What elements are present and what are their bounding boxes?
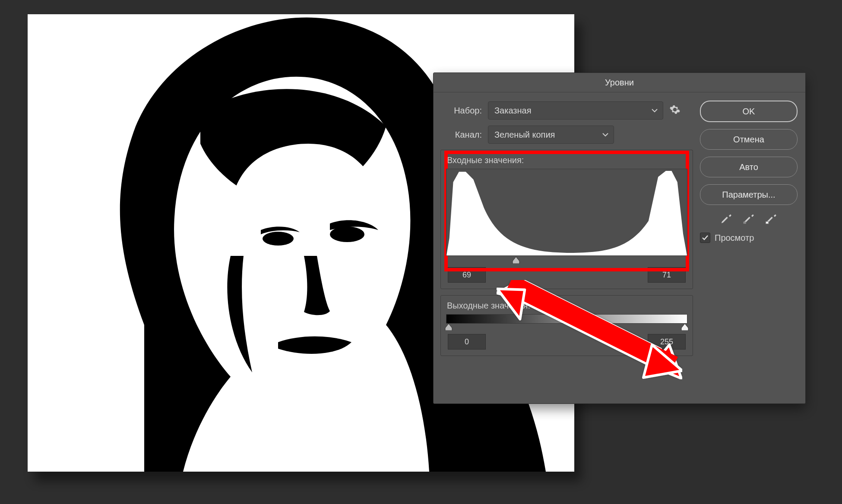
levels-dialog: Уровни Набор: Заказная Кан xyxy=(433,72,806,404)
preset-select[interactable]: Заказная xyxy=(488,101,663,120)
input-slider-track[interactable] xyxy=(446,257,687,265)
channel-label: Канал: xyxy=(445,130,482,140)
output-gradient[interactable] xyxy=(446,314,687,324)
output-white-thumb[interactable] xyxy=(681,324,689,331)
input-values-row: 69 71 xyxy=(446,267,687,283)
output-slider-track[interactable] xyxy=(446,324,687,331)
output-values-row: 0 255 xyxy=(446,334,687,350)
preview-row: Просмотр xyxy=(700,233,798,243)
output-black-thumb[interactable] xyxy=(445,324,453,331)
eyedropper-icon xyxy=(765,212,778,225)
check-icon xyxy=(702,234,709,241)
input-gamma-thumb[interactable] xyxy=(512,257,520,264)
options-button-label: Параметры... xyxy=(722,190,775,200)
preset-row: Набор: Заказная xyxy=(440,101,693,120)
dialog-right-column: OK Отмена Авто Параметры... Просмотр xyxy=(700,101,798,243)
chevron-down-icon xyxy=(602,132,608,137)
dialog-body: Набор: Заказная Канал: Зеленый копи xyxy=(440,99,693,397)
svg-point-2 xyxy=(330,227,364,242)
cancel-button-label: Отмена xyxy=(733,135,764,145)
app-stage: Уровни Набор: Заказная Кан xyxy=(0,0,842,504)
options-button[interactable]: Параметры... xyxy=(700,184,798,205)
eyedropper-gray-button[interactable] xyxy=(742,212,755,225)
auto-button[interactable]: Авто xyxy=(700,157,798,177)
preview-label: Просмотр xyxy=(715,233,754,243)
svg-rect-3 xyxy=(744,222,746,224)
input-highlight-field[interactable]: 71 xyxy=(648,267,686,283)
channel-select[interactable]: Зеленый копия xyxy=(488,126,614,144)
histogram-plot xyxy=(446,169,687,255)
eyedropper-white-button[interactable] xyxy=(765,212,778,225)
gear-icon xyxy=(669,104,681,115)
preset-label: Набор: xyxy=(440,106,482,116)
output-black-field[interactable]: 0 xyxy=(448,334,486,350)
eyedropper-row xyxy=(700,212,798,225)
output-levels-title: Выходные значения: xyxy=(447,301,687,311)
svg-rect-4 xyxy=(766,222,769,224)
eyedropper-black-button[interactable] xyxy=(720,212,733,225)
ok-button[interactable]: OK xyxy=(700,101,798,122)
eyedropper-icon xyxy=(720,212,733,225)
input-shadow-field[interactable]: 69 xyxy=(448,267,486,283)
output-levels-section: Выходные значения: 0 255 xyxy=(440,295,693,356)
dialog-title: Уровни xyxy=(434,73,805,92)
preset-value: Заказная xyxy=(494,106,531,116)
chevron-down-icon xyxy=(652,108,658,113)
ok-button-label: OK xyxy=(743,107,755,117)
input-levels-title: Входные значения: xyxy=(447,155,687,165)
histogram[interactable] xyxy=(446,169,687,256)
channel-row: Канал: Зеленый копия xyxy=(445,126,693,144)
eyedropper-icon xyxy=(742,212,755,225)
auto-button-label: Авто xyxy=(739,162,758,172)
svg-point-1 xyxy=(263,232,294,246)
preview-checkbox[interactable] xyxy=(700,233,710,243)
channel-value: Зеленый копия xyxy=(494,130,555,140)
histogram-wrap xyxy=(446,169,687,265)
preset-menu-button[interactable] xyxy=(669,104,681,117)
output-white-field[interactable]: 255 xyxy=(648,334,686,350)
input-levels-section: Входные значения: 69 xyxy=(440,150,693,289)
cancel-button[interactable]: Отмена xyxy=(700,129,798,150)
